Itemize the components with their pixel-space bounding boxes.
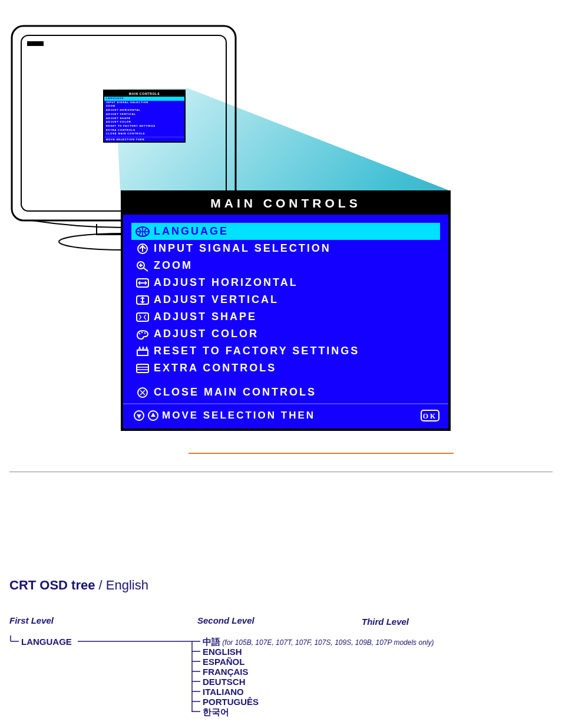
horiz-icon — [131, 277, 154, 289]
osd-item-close[interactable]: CLOSE MAIN CONTROLS — [131, 384, 440, 401]
osd-item-reset-factory[interactable]: RESET TO FACTORY SETTINGS — [131, 342, 440, 360]
extra-icon — [131, 363, 154, 374]
svg-rect-15 — [137, 313, 148, 321]
osd-item-adjust-vertical[interactable]: ADJUST VERTICAL — [131, 291, 440, 308]
input-icon — [131, 243, 154, 255]
osd-item-language[interactable]: LANGUAGE — [131, 223, 440, 240]
mini-osd-title: MAIN CONTROLS — [104, 91, 184, 97]
osd-tree-diagram: LANGUAGE 中語 (for 105B, 107E, 107T, 107F,… — [8, 635, 432, 724]
move-selection-icons — [133, 410, 162, 421]
osd-item-label: CLOSE MAIN CONTROLS — [154, 386, 440, 398]
svg-rect-20 — [137, 364, 148, 373]
svg-rect-4 — [27, 41, 44, 46]
tree-child-espanol: ESPAÑOL — [203, 657, 244, 667]
tree-child-english: ENGLISH — [203, 647, 242, 657]
osd-item-label: ZOOM — [154, 259, 440, 272]
svg-rect-19 — [137, 350, 148, 355]
svg-line-8 — [143, 268, 148, 271]
level-3-label: Third Level — [362, 617, 409, 627]
osd-item-zoom[interactable]: ZOOM — [131, 257, 440, 274]
mini-osd-thumbnail: MAIN CONTROLS LANGUAGE INPUT SIGNAL SELE… — [103, 90, 186, 143]
osd-item-input-signal[interactable]: INPUT SIGNAL SELECTION — [131, 240, 440, 257]
osd-footer-label: MOVE SELECTION THEN — [162, 410, 416, 421]
tree-child-korean: 한국어 — [203, 707, 229, 717]
svg-point-18 — [144, 332, 146, 333]
osd-item-adjust-horizontal[interactable]: ADJUST HORIZONTAL — [131, 274, 440, 291]
svg-text:OK: OK — [423, 412, 438, 420]
tree-child-deutsch: DEUTSCH — [203, 677, 246, 687]
osd-tree-heading-lang: English — [106, 578, 148, 592]
osd-footer: MOVE SELECTION THEN OK — [123, 403, 448, 428]
osd-item-adjust-color[interactable]: ADJUST COLOR — [131, 325, 440, 342]
language-icon — [131, 226, 154, 238]
grey-divider — [9, 472, 553, 472]
color-icon — [131, 328, 154, 340]
tree-root-language: LANGUAGE — [21, 637, 72, 647]
mini-osd-selected: LANGUAGE — [104, 97, 184, 101]
osd-item-label: RESET TO FACTORY SETTINGS — [154, 345, 440, 357]
osd-item-label: ADJUST HORIZONTAL — [154, 276, 440, 289]
level-1-label: First Level — [9, 615, 54, 625]
tree-child-portugues: PORTUGUÊS — [203, 697, 259, 707]
ok-icon: OK — [416, 409, 440, 422]
tree-child-italiano: ITALIANO — [203, 687, 244, 697]
osd-item-extra-controls[interactable]: EXTRA CONTROLS — [131, 360, 440, 377]
osd-menu-list: LANGUAGE INPUT SIGNAL SELECTION ZOOM ADJ… — [123, 215, 448, 403]
osd-main-controls: MAIN CONTROLS LANGUAGE INPUT SIGNAL SELE… — [121, 190, 451, 431]
osd-title: MAIN CONTROLS — [123, 193, 448, 215]
osd-item-label: EXTRA CONTROLS — [154, 362, 440, 374]
svg-point-16 — [139, 332, 140, 334]
osd-item-label: LANGUAGE — [154, 225, 440, 238]
reset-icon — [131, 345, 154, 357]
tree-child-francais: FRANÇAIS — [203, 667, 249, 677]
osd-item-label: INPUT SIGNAL SELECTION — [154, 242, 440, 255]
zoom-icon — [131, 260, 154, 272]
osd-tree-heading: CRT OSD tree / English — [9, 578, 148, 593]
close-icon — [131, 387, 154, 398]
osd-item-label: ADJUST COLOR — [154, 328, 440, 340]
svg-point-17 — [141, 331, 143, 332]
level-2-label: Second Level — [197, 615, 254, 625]
osd-tree-heading-bold: CRT OSD tree — [9, 578, 95, 592]
vert-icon — [131, 294, 154, 306]
shape-icon — [131, 311, 154, 323]
osd-item-label: ADJUST SHAPE — [154, 311, 440, 323]
osd-item-adjust-shape[interactable]: ADJUST SHAPE — [131, 308, 440, 325]
osd-item-label: ADJUST VERTICAL — [154, 294, 440, 306]
orange-divider — [189, 453, 454, 454]
